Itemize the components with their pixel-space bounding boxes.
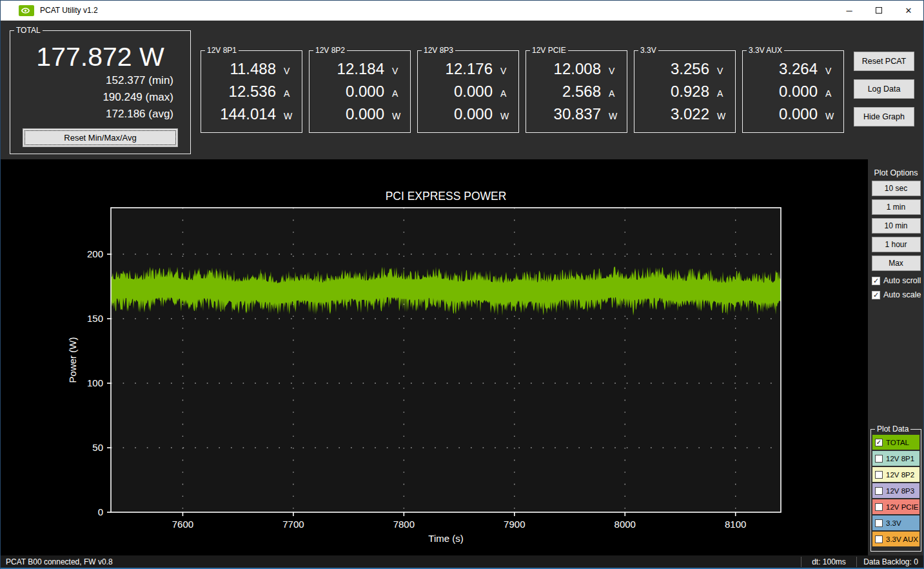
total-power-value: 177.872 W — [10, 42, 190, 72]
nvidia-logo-icon — [19, 5, 34, 16]
rail-measurement-row: 0.000W — [310, 105, 410, 123]
rail-value: 3.022 — [671, 105, 709, 123]
rail-value: 2.568 — [562, 83, 601, 101]
rail-value: 3.256 — [671, 60, 709, 78]
rail-unit: A — [609, 88, 619, 99]
plot-range-1-min-button[interactable]: 1 min — [872, 199, 921, 215]
app-window: PCAT Utility v1.2 ─ ✕ TOTAL 177.872 W 15… — [0, 0, 924, 569]
svg-text:7700: 7700 — [282, 519, 304, 530]
legend-checkbox-icon — [875, 487, 883, 495]
rail-unit: V — [717, 66, 727, 76]
auto-scale-checkbox[interactable]: ✓Auto scale — [872, 290, 924, 299]
rail-measurement-row: 3.022W — [634, 105, 735, 123]
legend-row-total[interactable]: ✓TOTAL — [872, 435, 919, 450]
rail-measurement-row: 30.837W — [526, 105, 627, 123]
rail-measurement-row: 0.000W — [418, 105, 518, 123]
total-groupbox-label: TOTAL — [14, 26, 43, 35]
close-button[interactable]: ✕ — [894, 1, 923, 21]
rail-value: 12.176 — [446, 60, 493, 78]
rail-unit: W — [392, 111, 402, 121]
legend-label: TOTAL — [886, 439, 909, 446]
auto-scroll-checkbox[interactable]: ✓Auto scroll — [872, 276, 924, 285]
plot-range-max-button[interactable]: Max — [872, 255, 921, 271]
minimize-button[interactable]: ─ — [834, 1, 864, 21]
rail-value: 144.014 — [220, 105, 276, 123]
total-power-groupbox: TOTAL 177.872 W 152.377 (min) 190.249 (m… — [10, 30, 191, 154]
pci-express-power-chart: PCI EXPRESS POWERPower (W)Time (s)050100… — [1, 159, 868, 555]
plot-sidebar: Plot Options 10 sec1 min10 min1 hourMax … — [868, 159, 924, 555]
rail-unit: A — [284, 88, 294, 99]
dt-status: dt: 100ms — [801, 557, 856, 567]
rail-unit: A — [825, 88, 836, 99]
rail-groupbox-label: 3.3V — [638, 46, 658, 55]
rail-groupbox-label: 12V 8P1 — [205, 46, 239, 55]
rail-value: 12.536 — [229, 83, 276, 101]
rail-groupbox-label: 12V 8P3 — [422, 46, 455, 55]
rail-value: 3.264 — [779, 60, 818, 78]
legend-row-12v-8p1[interactable]: 12V 8P1 — [872, 451, 919, 466]
rail-groupbox-label: 3.3V AUX — [747, 46, 784, 55]
svg-text:200: 200 — [87, 248, 103, 259]
rail-measurement-row: 11.488V — [201, 60, 302, 77]
status-bar: PCAT B00 connected, FW v0.8 dt: 100ms Da… — [1, 555, 924, 568]
title-bar: PCAT Utility v1.2 ─ ✕ — [1, 1, 923, 21]
legend-row-12v-8p3[interactable]: 12V 8P3 — [872, 483, 919, 498]
plot-range-1-hour-button[interactable]: 1 hour — [872, 237, 921, 252]
rail-value: 0.000 — [779, 83, 818, 101]
rail-unit: A — [717, 88, 727, 99]
rail-unit: W — [284, 111, 294, 121]
rail-measurement-row: 0.000A — [743, 83, 843, 100]
data-backlog-status: Data Backlog: 0 — [856, 557, 924, 567]
rail-value: 0.000 — [346, 83, 384, 101]
rail-groupbox-3-3v-aux: 3.3V AUX3.264V0.000A0.000W — [742, 50, 844, 133]
rail-measurement-row: 0.000A — [418, 83, 518, 100]
svg-text:50: 50 — [92, 442, 103, 453]
rail-unit: A — [500, 88, 511, 99]
checkbox-icon: ✓ — [872, 277, 880, 285]
rail-unit: W — [825, 111, 836, 121]
rail-value: 12.184 — [337, 60, 384, 78]
rail-groupbox-12v-pcie: 12V PCIE12.008V2.568A30.837W — [526, 50, 627, 133]
rail-unit: W — [609, 111, 619, 121]
reset-min-max-avg-button[interactable]: Reset Min/Max/Avg — [23, 128, 178, 147]
measurement-panels: TOTAL 177.872 W 152.377 (min) 190.249 (m… — [1, 21, 923, 159]
rail-measurement-row: 12.184V — [310, 60, 410, 77]
legend-checkbox-icon — [875, 519, 883, 527]
legend-row-3-3v[interactable]: 3.3V — [872, 515, 919, 530]
checkbox-label: Auto scroll — [883, 276, 921, 285]
rail-value: 30.837 — [554, 105, 601, 123]
legend-label: 3.3V AUX — [886, 535, 918, 543]
rail-unit: V — [392, 66, 402, 76]
rail-measurement-row: 0.000A — [310, 83, 410, 100]
plot-range-10-min-button[interactable]: 10 min — [872, 218, 921, 234]
rail-measurement-row: 12.536A — [201, 83, 302, 100]
legend-label: 12V 8P1 — [886, 455, 914, 463]
rail-unit: V — [825, 66, 836, 76]
rail-groupbox-label: 12V 8P2 — [313, 46, 347, 55]
hide-graph-button[interactable]: Hide Graph — [854, 107, 914, 126]
total-min-value: 152.377 (min) — [10, 72, 190, 89]
rail-unit: V — [609, 66, 619, 76]
legend-row-3-3v-aux[interactable]: 3.3V AUX — [872, 532, 919, 546]
log-data-button[interactable]: Log Data — [854, 79, 914, 99]
checkbox-icon: ✓ — [872, 291, 880, 299]
reset-pcat-button[interactable]: Reset PCAT — [854, 52, 914, 71]
total-max-value: 190.249 (max) — [10, 89, 190, 106]
svg-text:8100: 8100 — [725, 519, 746, 530]
svg-text:7900: 7900 — [504, 519, 525, 530]
legend-row-12v-8p2[interactable]: 12V 8P2 — [872, 467, 919, 482]
maximize-button[interactable] — [864, 1, 894, 21]
rail-unit: V — [284, 66, 294, 76]
rail-value: 0.000 — [454, 105, 493, 123]
rail-measurement-row: 12.176V — [418, 60, 518, 77]
rail-measurement-row: 144.014W — [201, 105, 302, 123]
rail-groupbox-12v-8p2: 12V 8P212.184V0.000A0.000W — [309, 50, 411, 133]
plot-range-10-sec-button[interactable]: 10 sec — [872, 181, 921, 196]
maximize-icon — [876, 7, 882, 14]
connection-status: PCAT B00 connected, FW v0.8 — [1, 557, 113, 566]
legend-row-12v-pcie[interactable]: 12V PCIE — [872, 499, 919, 514]
svg-text:PCI EXPRESS POWER: PCI EXPRESS POWER — [386, 190, 507, 203]
rail-value: 11.488 — [230, 60, 276, 78]
svg-text:Time (s): Time (s) — [428, 533, 463, 544]
total-avg-value: 172.186 (avg) — [10, 106, 190, 123]
